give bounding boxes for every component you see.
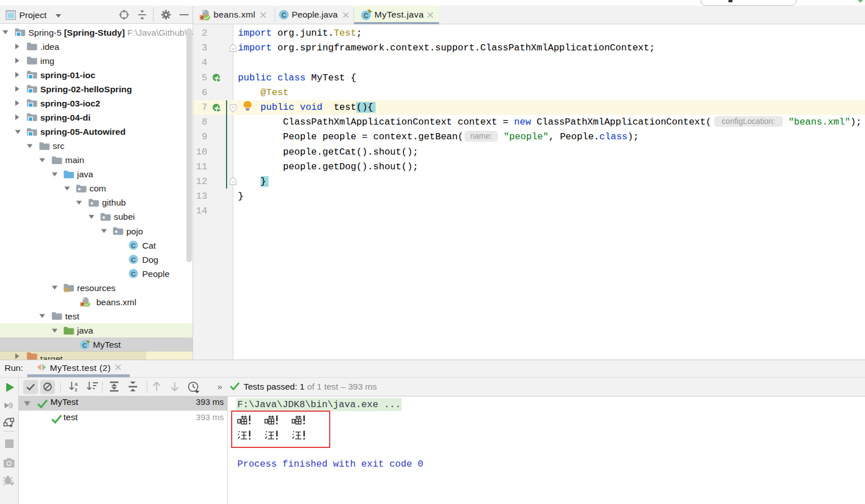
- svg-text:z: z: [75, 387, 78, 392]
- svg-text:C: C: [131, 257, 136, 263]
- svg-text:C: C: [282, 11, 287, 19]
- svg-text:a: a: [75, 381, 78, 387]
- svg-text:C: C: [364, 12, 369, 20]
- svg-text:9: 9: [8, 401, 13, 410]
- svg-text:C: C: [82, 341, 87, 348]
- svg-text:<: <: [81, 302, 84, 307]
- svg-text:C: C: [131, 242, 136, 249]
- svg-text:C: C: [131, 271, 136, 277]
